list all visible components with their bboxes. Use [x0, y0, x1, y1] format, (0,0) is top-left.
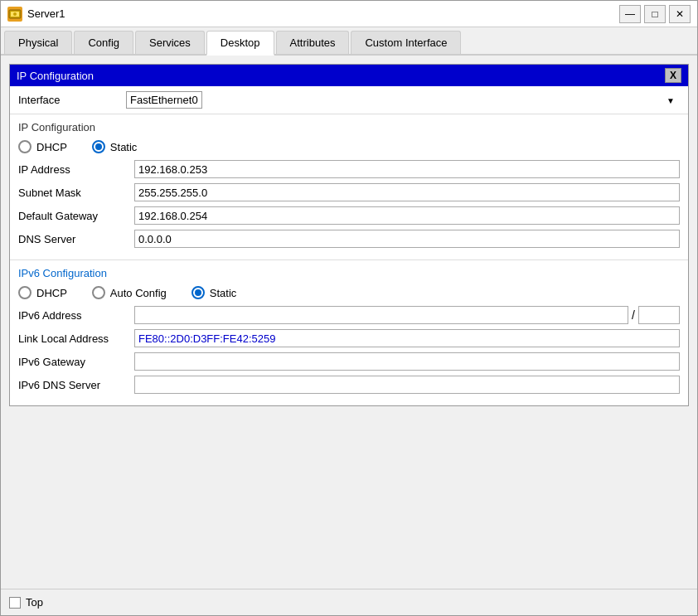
window-controls: — □ ✕	[619, 5, 691, 23]
ipv6-dhcp-option[interactable]: DHCP	[18, 286, 67, 299]
ipv4-static-radio[interactable]	[92, 140, 105, 153]
ipv6-section: IPv6 Configuration DHCP Auto Config Stat…	[10, 260, 688, 405]
dns-server-label: DNS Server	[18, 233, 134, 245]
ipv6-radio-row: DHCP Auto Config Static	[18, 286, 680, 299]
tab-config[interactable]: Config	[74, 31, 133, 54]
top-checkbox-label: Top	[26, 596, 43, 609]
subnet-mask-row: Subnet Mask	[18, 183, 680, 201]
link-local-input[interactable]	[134, 329, 680, 347]
window-title: Server1	[27, 7, 619, 20]
ipv6-address-input-group: /	[134, 306, 680, 324]
ipv6-gateway-label: IPv6 Gateway	[18, 356, 134, 368]
ip-config-panel: IP Configuration X Interface FastEtherne…	[9, 64, 689, 406]
ipv6-address-label: IPv6 Address	[18, 309, 134, 322]
ipv4-radio-row: DHCP Static	[18, 140, 680, 153]
ipv4-section-title: IP Configuration	[18, 121, 680, 133]
ipv4-static-option[interactable]: Static	[92, 140, 138, 153]
panel-title: IP Configuration	[17, 70, 94, 82]
ipv6-dns-input[interactable]	[134, 376, 680, 394]
ipv6-static-label: Static	[210, 287, 237, 299]
link-local-row: Link Local Address	[18, 329, 680, 347]
ipv6-dns-row: IPv6 DNS Server	[18, 376, 680, 394]
ip-address-input[interactable]	[134, 160, 680, 178]
subnet-mask-label: Subnet Mask	[18, 187, 134, 199]
ipv6-static-radio[interactable]	[191, 286, 205, 299]
ip-address-row: IP Address	[18, 160, 680, 178]
tab-desktop[interactable]: Desktop	[206, 31, 274, 56]
dns-server-row: DNS Server	[18, 230, 680, 248]
ipv6-static-option[interactable]: Static	[191, 286, 237, 299]
ipv6-gateway-row: IPv6 Gateway	[18, 352, 680, 371]
bottom-bar: Top	[1, 589, 697, 615]
tab-bar: Physical Config Services Desktop Attribu…	[1, 27, 697, 56]
main-window: Server1 — □ ✕ Physical Config Services D…	[0, 0, 698, 616]
minimize-button[interactable]: —	[619, 5, 641, 23]
svg-point-2	[13, 12, 17, 16]
ipv4-dhcp-option[interactable]: DHCP	[18, 140, 67, 153]
default-gateway-row: Default Gateway	[18, 206, 680, 225]
close-button[interactable]: ✕	[669, 5, 691, 23]
ip-address-label: IP Address	[18, 163, 134, 176]
default-gateway-input[interactable]	[134, 206, 680, 225]
interface-select-wrapper: FastEthernet0	[126, 91, 680, 109]
default-gateway-label: Default Gateway	[18, 210, 134, 222]
interface-label: Interface	[18, 94, 126, 106]
ipv6-prefix-input[interactable]	[638, 306, 680, 324]
ipv6-autoconfig-label: Auto Config	[110, 287, 167, 299]
ipv4-static-label: Static	[110, 141, 138, 153]
ipv6-gateway-input[interactable]	[134, 352, 680, 371]
subnet-mask-input[interactable]	[134, 183, 680, 201]
tab-services[interactable]: Services	[135, 31, 205, 54]
ipv6-dhcp-label: DHCP	[36, 287, 67, 299]
app-icon	[7, 7, 22, 22]
content-area: IP Configuration X Interface FastEtherne…	[1, 56, 697, 589]
link-local-label: Link Local Address	[18, 332, 134, 345]
ipv6-dhcp-radio[interactable]	[18, 286, 32, 299]
ipv6-autoconfig-option[interactable]: Auto Config	[92, 286, 167, 299]
top-checkbox-group: Top	[9, 596, 43, 609]
ipv6-address-row: IPv6 Address /	[18, 306, 680, 324]
tab-custom-interface[interactable]: Custom Interface	[351, 31, 461, 54]
ipv6-section-title: IPv6 Configuration	[18, 267, 680, 279]
panel-header: IP Configuration X	[10, 65, 688, 86]
ipv4-dhcp-label: DHCP	[36, 141, 67, 153]
ipv4-dhcp-radio[interactable]	[18, 140, 32, 153]
maximize-button[interactable]: □	[644, 5, 666, 23]
dns-server-input[interactable]	[134, 230, 680, 248]
ipv4-section: IP Configuration DHCP Static IP Address	[10, 114, 688, 260]
tab-attributes[interactable]: Attributes	[276, 31, 350, 54]
interface-select[interactable]: FastEthernet0	[126, 91, 202, 109]
title-bar: Server1 — □ ✕	[1, 1, 697, 27]
panel-close-button[interactable]: X	[665, 68, 681, 83]
ipv6-slash: /	[632, 308, 635, 322]
interface-row: Interface FastEthernet0	[10, 86, 688, 114]
top-checkbox[interactable]	[9, 597, 21, 609]
ipv6-dns-label: IPv6 DNS Server	[18, 379, 134, 391]
ipv6-autoconfig-radio[interactable]	[92, 286, 105, 299]
tab-physical[interactable]: Physical	[4, 31, 72, 54]
ipv6-address-input[interactable]	[134, 306, 628, 324]
